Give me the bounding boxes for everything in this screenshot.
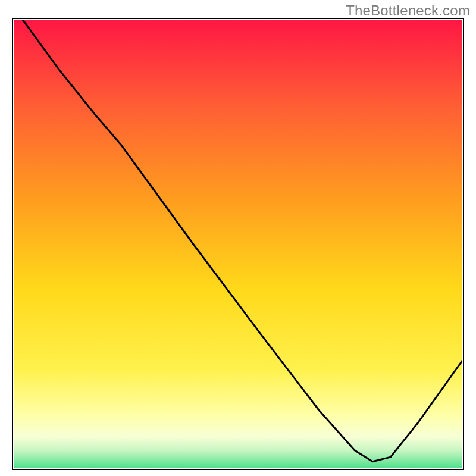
watermark-text: TheBottleneck.com (346, 2, 470, 19)
plot-border (12, 18, 464, 470)
chart-container (12, 18, 464, 470)
